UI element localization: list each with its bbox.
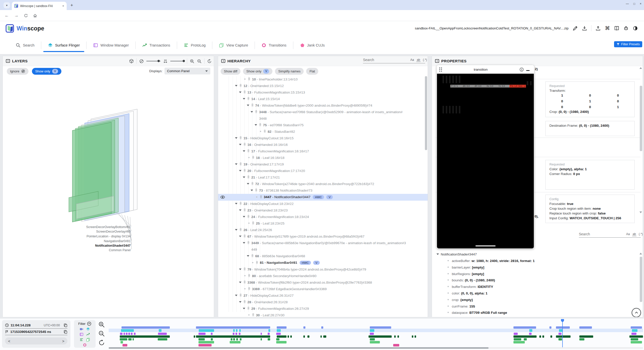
pin-icon[interactable]: [260, 195, 262, 199]
minimize-icon[interactable]: [526, 70, 530, 71]
tree-row[interactable]: 25 - Leaf:18:23#25: [218, 220, 428, 227]
collapse-panel-icon[interactable]: [435, 59, 439, 63]
new-tab-button[interactable]: +: [70, 3, 73, 8]
filter-chart-icon[interactable]: [86, 332, 90, 336]
expander-icon[interactable]: [235, 85, 237, 86]
pin-icon[interactable]: [243, 143, 246, 146]
ignore-chip[interactable]: Ignore: [7, 68, 28, 75]
edit-icon[interactable]: [573, 26, 578, 31]
tree-row[interactable]: 3447 - NotificationShade#3447HWCV: [218, 194, 428, 201]
trace-tab-transitions[interactable]: Transitions: [255, 36, 293, 54]
match-word-toggle[interactable]: ab: [632, 232, 636, 236]
expander-icon[interactable]: [239, 170, 242, 171]
timeline-zoom-out-button[interactable]: [98, 330, 105, 337]
tree-row[interactable]: 29 - FullscreenMagnification:26:27#29: [218, 305, 428, 312]
pin-icon[interactable]: [243, 268, 246, 271]
reload-button[interactable]: [23, 13, 29, 18]
pin-icon[interactable]: [252, 222, 255, 225]
expander-icon[interactable]: [239, 269, 242, 270]
filter-transitions-icon[interactable]: [83, 343, 87, 347]
forward-button[interactable]: →: [14, 13, 19, 18]
trace-tab-search[interactable]: Search: [9, 36, 41, 54]
timeline-reset-zoom-button[interactable]: [98, 339, 105, 346]
filter-list-icon[interactable]: [79, 338, 84, 342]
expander-icon[interactable]: [239, 144, 242, 145]
scroll-down-arrow[interactable]: [639, 211, 642, 213]
tree-row[interactable]: 26 - Leaf:24:25#26: [218, 227, 428, 233]
rotation-slider[interactable]: [146, 61, 160, 61]
pin-icon[interactable]: [247, 307, 250, 310]
expander-icon[interactable]: [436, 253, 439, 255]
expander-icon[interactable]: [239, 282, 242, 283]
pin-icon[interactable]: [252, 313, 255, 317]
pin-icon[interactable]: [252, 156, 255, 159]
pin-icon[interactable]: [239, 84, 242, 87]
pin-icon[interactable]: [259, 123, 262, 126]
expander-icon[interactable]: [235, 163, 237, 165]
prev-frame-button[interactable]: <: [8, 339, 10, 343]
tab-close-icon[interactable]: ×: [62, 4, 64, 8]
trace-tab-surface-flinger[interactable]: Surface Flinger: [41, 36, 86, 54]
match-case-toggle[interactable]: Aa: [626, 232, 630, 236]
chip-simplify-names[interactable]: Simplify names: [275, 68, 304, 75]
scrollbar-thumb[interactable]: [640, 86, 642, 151]
tree-row[interactable]: 17 - FullscreenMagnification:16:16#17: [218, 148, 428, 155]
tree-row[interactable]: 67 - WindowToken{e5176f9 type=2019 andro…: [218, 233, 428, 240]
tree-row[interactable]: 10 - ImePlaceholder:13:14#10: [218, 76, 428, 83]
hierarchy-search-input[interactable]: [363, 58, 409, 62]
pin-icon[interactable]: [239, 136, 242, 140]
pin-icon[interactable]: [256, 261, 258, 264]
scroll-up-arrow[interactable]: [639, 67, 642, 69]
pin-icon[interactable]: [251, 182, 254, 185]
download-icon[interactable]: [582, 26, 587, 31]
expander-icon[interactable]: [243, 216, 245, 217]
expander-icon[interactable]: [235, 295, 237, 296]
nanos-time-row[interactable]: 1715339054227572545 ns: [5, 329, 67, 335]
bug-report-icon[interactable]: [623, 26, 629, 31]
match-case-toggle[interactable]: Aa: [410, 58, 415, 62]
tree-row[interactable]: 14 - Leaf:15:15#14: [218, 96, 428, 102]
pin-icon[interactable]: [251, 104, 254, 107]
expander-icon[interactable]: [243, 150, 245, 152]
tree-row[interactable]: 21 - Leaf:17:17#21: [218, 174, 428, 181]
tree-row[interactable]: 73 - 8736138 NotificationShade#73: [218, 187, 428, 194]
tree-row[interactable]: 13 - FullscreenMagnification:15:15#13: [218, 89, 428, 96]
trace-tab-window-manager[interactable]: Window Manager: [87, 36, 135, 54]
drag-handle-icon[interactable]: [439, 67, 442, 72]
displays-dropdown[interactable]: Common Panel: [165, 68, 210, 74]
expander-icon[interactable]: [239, 92, 242, 93]
tree-row[interactable]: 74 - WindowToken{fdddbe6 type=2000 andro…: [218, 102, 428, 109]
spacing-slider[interactable]: [170, 61, 184, 61]
3d-view-icon[interactable]: [129, 59, 134, 64]
tree-row[interactable]: 30 - Leaf:26:27#30: [218, 312, 428, 317]
tree-row[interactable]: 19 - OneHanded:17:17#19: [218, 161, 428, 168]
timeline-cursor[interactable]: [562, 321, 563, 347]
pin-icon[interactable]: [243, 208, 246, 212]
tree-row[interactable]: 23 - OneHanded:18:23#23: [218, 207, 428, 214]
pin-icon[interactable]: [247, 149, 250, 153]
proto-root-row[interactable]: NotificationShade#3447: [436, 251, 477, 258]
properties-search-input[interactable]: [579, 232, 624, 236]
expander-icon[interactable]: [251, 190, 253, 191]
timeline-zoom-in-button[interactable]: [98, 321, 105, 328]
pin-icon[interactable]: [243, 91, 246, 94]
dark-mode-icon[interactable]: [633, 26, 638, 31]
pin-icon[interactable]: [243, 169, 246, 172]
scroll-to-top-button[interactable]: [632, 308, 641, 317]
expander-icon[interactable]: [251, 111, 253, 113]
layers-3d-canvas[interactable]: ScreenDecorOverlayBottom#61ScreenDecorOv…: [3, 76, 214, 317]
shortcuts-icon[interactable]: ⌘: [605, 26, 610, 31]
pin-icon[interactable]: [243, 281, 246, 284]
maximize-icon[interactable]: □: [633, 2, 635, 6]
pin-icon[interactable]: [263, 130, 266, 133]
tree-row[interactable]: 3369 - 67726bf EdgeBackGestureHandler0#3…: [218, 286, 428, 292]
regex-toggle[interactable]: (.*): [638, 232, 643, 236]
copy-icon[interactable]: [64, 330, 67, 334]
visibility-icon[interactable]: [220, 195, 225, 200]
pin-icon[interactable]: [255, 189, 258, 192]
collapse-panel-icon[interactable]: [221, 59, 225, 63]
pin-icon[interactable]: [239, 162, 242, 166]
pin-icon[interactable]: [239, 228, 242, 231]
collapse-filter-icon[interactable]: [87, 322, 91, 326]
minimize-icon[interactable]: —: [626, 2, 629, 6]
